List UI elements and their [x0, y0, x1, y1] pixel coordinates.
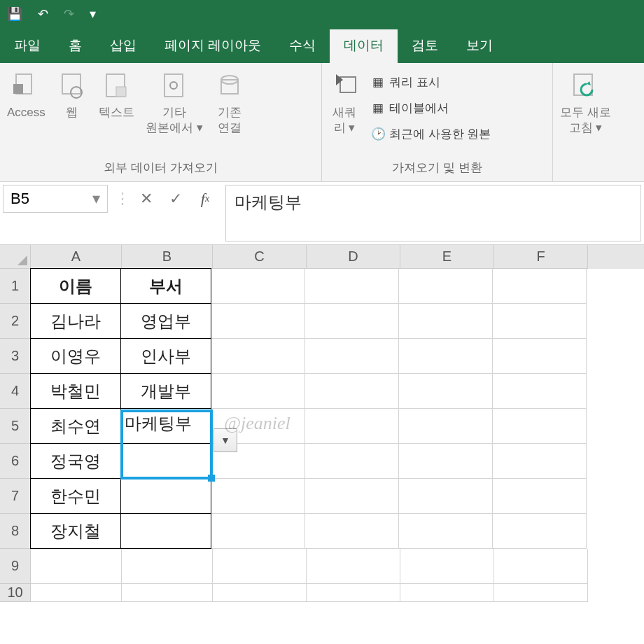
cell-F6[interactable] — [493, 444, 587, 479]
cell-A9[interactable] — [31, 549, 122, 584]
cell-B6[interactable] — [120, 443, 211, 479]
redo-icon[interactable]: ↷ — [64, 6, 74, 22]
row-header-2[interactable]: 2 — [0, 304, 31, 339]
cell-A2[interactable]: 김나라 — [30, 303, 121, 339]
col-header-A[interactable]: A — [31, 245, 122, 269]
from-table-button[interactable]: ▦ 테이블에서 — [367, 97, 495, 119]
row-header-9[interactable]: 9 — [0, 549, 31, 584]
tab-formulas[interactable]: 수식 — [275, 29, 330, 63]
cell-C1[interactable] — [211, 269, 305, 304]
cell-F3[interactable] — [493, 339, 587, 374]
recent-sources-button[interactable]: 🕑 최근에 사용한 원본 — [367, 123, 495, 145]
cell-E5[interactable] — [399, 409, 493, 444]
col-header-E[interactable]: E — [400, 245, 494, 269]
cell-E3[interactable] — [399, 339, 493, 374]
refresh-all-button[interactable]: 모두 새로 고침 ▾ — [556, 69, 615, 137]
cell-B1[interactable]: 부서 — [120, 268, 211, 304]
formula-bar[interactable]: 마케팅부 — [225, 185, 641, 241]
enter-formula-button[interactable]: ✓ — [162, 186, 189, 212]
tab-view[interactable]: 보기 — [452, 29, 507, 63]
cell-B9[interactable] — [122, 549, 213, 584]
row-header-8[interactable]: 8 — [0, 514, 31, 549]
cell-C9[interactable] — [213, 549, 307, 584]
cell-B10[interactable] — [122, 584, 213, 602]
row-header-1[interactable]: 1 — [0, 269, 31, 304]
undo-icon[interactable]: ↶ — [38, 6, 48, 22]
cell-E10[interactable] — [400, 584, 494, 602]
save-icon[interactable]: 💾 — [7, 6, 22, 22]
select-all-button[interactable] — [0, 245, 31, 269]
from-web-button[interactable]: 웹 — [52, 69, 92, 137]
cell-E9[interactable] — [400, 549, 494, 584]
row-header-6[interactable]: 6 — [0, 444, 31, 479]
from-text-button[interactable]: 텍스트 — [94, 69, 139, 137]
cell-D10[interactable] — [307, 584, 400, 602]
cell-E1[interactable] — [399, 269, 493, 304]
insert-function-button[interactable]: fx — [192, 186, 218, 212]
cell-B3[interactable]: 인사부 — [120, 338, 211, 374]
existing-connections-button[interactable]: 기존 연결 — [210, 69, 249, 137]
cell-C7[interactable] — [211, 479, 305, 514]
name-box[interactable]: B5 ▾ — [3, 185, 108, 213]
cell-E7[interactable] — [399, 479, 493, 514]
from-other-sources-button[interactable]: 기타 원본에서 ▾ — [141, 69, 207, 137]
cell-D2[interactable] — [305, 304, 399, 339]
cell-F9[interactable] — [494, 549, 588, 584]
col-header-C[interactable]: C — [213, 245, 307, 269]
cell-E2[interactable] — [399, 304, 493, 339]
row-header-7[interactable]: 7 — [0, 479, 31, 514]
row-header-5[interactable]: 5 — [0, 409, 31, 444]
cell-C3[interactable] — [211, 339, 305, 374]
cell-A6[interactable]: 정국영 — [30, 443, 121, 479]
cell-B4[interactable]: 개발부 — [120, 373, 211, 409]
cell-E8[interactable] — [399, 514, 493, 549]
cell-D5[interactable] — [305, 409, 399, 444]
cell-B8[interactable] — [120, 513, 211, 549]
cell-D8[interactable] — [305, 514, 399, 549]
cell-F1[interactable] — [493, 269, 587, 304]
tab-pagelayout[interactable]: 페이지 레이아웃 — [150, 29, 275, 63]
cell-C2[interactable] — [211, 304, 305, 339]
tab-data[interactable]: 데이터 — [330, 29, 398, 63]
cell-C4[interactable] — [211, 374, 305, 409]
col-header-B[interactable]: B — [122, 245, 213, 269]
cell-D6[interactable] — [305, 444, 399, 479]
cell-F5[interactable] — [493, 409, 587, 444]
data-validation-dropdown-icon[interactable]: ▼ — [214, 428, 237, 452]
cell-D1[interactable] — [305, 269, 399, 304]
new-query-button[interactable]: 새쿼 리 ▾ — [325, 69, 364, 137]
cell-F10[interactable] — [494, 584, 588, 602]
cell-F4[interactable] — [493, 374, 587, 409]
name-box-dropdown-icon[interactable]: ▾ — [92, 190, 100, 208]
row-header-10[interactable]: 10 — [0, 584, 31, 602]
cell-C8[interactable] — [211, 514, 305, 549]
cell-D7[interactable] — [305, 479, 399, 514]
tab-home[interactable]: 홈 — [55, 29, 96, 63]
tab-insert[interactable]: 삽입 — [96, 29, 150, 63]
cell-A10[interactable] — [31, 584, 122, 602]
cell-B2[interactable]: 영업부 — [120, 303, 211, 339]
cell-D9[interactable] — [307, 549, 400, 584]
show-queries-button[interactable]: ▦ 쿼리 표시 — [367, 71, 495, 93]
cell-B7[interactable] — [120, 478, 211, 514]
cell-A4[interactable]: 박철민 — [30, 373, 121, 409]
cancel-formula-button[interactable]: ✕ — [133, 186, 160, 212]
row-header-4[interactable]: 4 — [0, 374, 31, 409]
col-header-D[interactable]: D — [307, 245, 400, 269]
tab-review[interactable]: 검토 — [398, 29, 452, 63]
qat-customize-icon[interactable]: ▾ — [90, 6, 96, 22]
cell-A7[interactable]: 한수민 — [30, 478, 121, 514]
cell-D3[interactable] — [305, 339, 399, 374]
col-header-F[interactable]: F — [494, 245, 588, 269]
cell-C10[interactable] — [213, 584, 307, 602]
cell-E6[interactable] — [399, 444, 493, 479]
cell-D4[interactable] — [305, 374, 399, 409]
cell-F2[interactable] — [493, 304, 587, 339]
cell-A5[interactable]: 최수연 — [30, 408, 121, 444]
row-header-3[interactable]: 3 — [0, 339, 31, 374]
cell-A1[interactable]: 이름 — [30, 268, 121, 304]
cell-A3[interactable]: 이영우 — [30, 338, 121, 374]
cell-A8[interactable]: 장지철 — [30, 513, 121, 549]
cell-F8[interactable] — [493, 514, 587, 549]
from-access-button[interactable]: Access — [3, 69, 50, 137]
